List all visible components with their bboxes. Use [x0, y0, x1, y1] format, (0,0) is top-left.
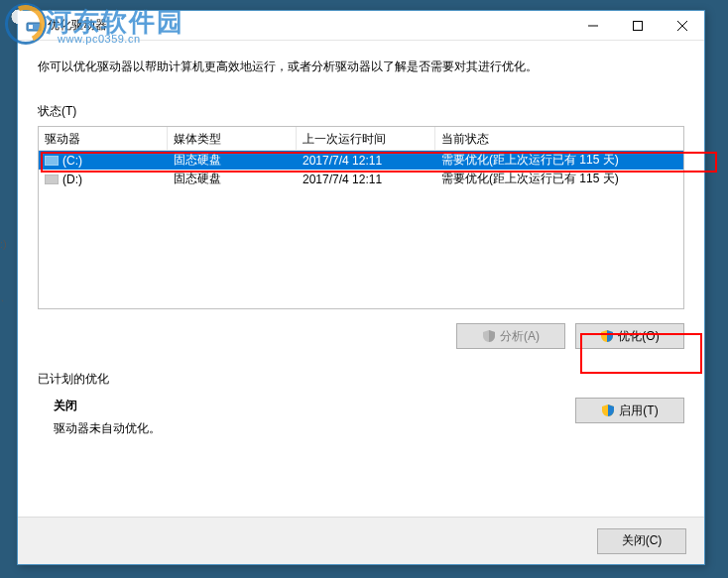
cell-state: 需要优化(距上次运行已有 115 天) — [435, 152, 683, 169]
cell-media: 固态硬盘 — [168, 152, 297, 169]
optimize-drives-window: 优化驱动器 你可以优化驱动器以帮助计算机更高效地运行，或者分析驱动器以了解是否需… — [17, 10, 705, 565]
table-row[interactable]: (C:) 固态硬盘 2017/7/4 12:11 需要优化(距上次运行已有 11… — [39, 151, 683, 170]
table-row[interactable]: (D:) 固态硬盘 2017/7/4 12:11 需要优化(距上次运行已有 11… — [39, 170, 683, 188]
table-header: 驱动器 媒体类型 上一次运行时间 当前状态 — [39, 127, 683, 151]
header-last[interactable]: 上一次运行时间 — [297, 127, 435, 150]
svg-rect-3 — [633, 21, 642, 30]
enable-button[interactable]: 启用(T) — [575, 398, 684, 423]
schedule-heading: 已计划的优化 — [38, 371, 684, 388]
cell-media: 固态硬盘 — [168, 171, 297, 187]
shield-icon — [601, 404, 615, 417]
svg-rect-7 — [45, 174, 59, 184]
analyze-button[interactable]: 分析(A) — [456, 323, 565, 349]
cell-state: 需要优化(距上次运行已有 115 天) — [435, 171, 683, 187]
maximize-button[interactable] — [615, 11, 660, 40]
cell-drive: (C:) — [39, 154, 168, 168]
shield-icon — [600, 329, 614, 343]
cell-drive: (D:) — [39, 173, 168, 186]
maximize-icon — [633, 21, 643, 31]
cell-last: 2017/7/4 12:11 — [297, 173, 435, 186]
header-media[interactable]: 媒体类型 — [168, 127, 297, 150]
background-fragment: :) 、 — [0, 238, 12, 304]
close-button[interactable] — [660, 11, 704, 40]
minimize-icon — [588, 21, 598, 31]
window-title: 优化驱动器 — [48, 17, 570, 34]
schedule-status: 关闭 — [54, 398, 161, 414]
svg-rect-6 — [45, 156, 59, 166]
cell-last: 2017/7/4 12:11 — [297, 154, 435, 168]
app-icon — [26, 18, 42, 34]
header-drive[interactable]: 驱动器 — [39, 127, 168, 150]
drive-icon — [45, 174, 59, 184]
svg-rect-1 — [29, 25, 33, 29]
status-label: 状态(T) — [38, 103, 684, 120]
titlebar[interactable]: 优化驱动器 — [18, 11, 704, 41]
close-icon — [677, 21, 687, 31]
drives-table[interactable]: 驱动器 媒体类型 上一次运行时间 当前状态 (C:) 固态硬盘 2017/7/4… — [38, 126, 684, 309]
description-text: 你可以优化驱动器以帮助计算机更高效地运行，或者分析驱动器以了解是否需要对其进行优… — [38, 58, 684, 75]
minimize-button[interactable] — [570, 11, 615, 40]
drive-icon — [45, 156, 59, 166]
dialog-footer: 关闭(C) — [18, 517, 704, 564]
header-state[interactable]: 当前状态 — [435, 127, 683, 150]
schedule-detail: 驱动器未自动优化。 — [54, 420, 161, 437]
close-dialog-button[interactable]: 关闭(C) — [597, 528, 686, 554]
shield-icon — [482, 329, 496, 343]
optimize-button[interactable]: 优化(O) — [575, 323, 684, 349]
